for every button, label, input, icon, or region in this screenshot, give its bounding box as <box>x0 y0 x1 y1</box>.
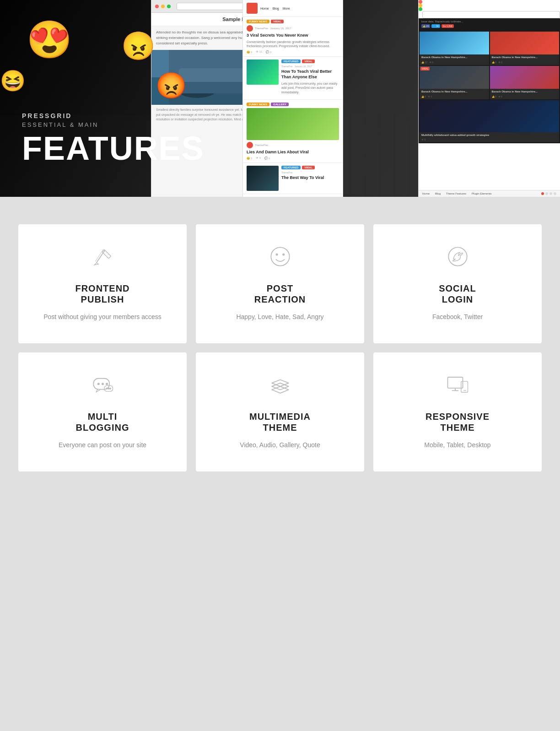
tag-gallery: GALLERY <box>271 103 288 106</box>
viral-card-4-content: FEATURED VIRAL ThemePon The Best Way To … <box>281 166 339 191</box>
author-name-3: ThemePon <box>255 144 268 146</box>
frontend-publish-desc: Post without giving your members access <box>43 312 162 322</box>
twitter-badge: 🐦 34 <box>431 24 440 28</box>
svg-rect-9 <box>102 249 111 258</box>
viral-card-1-tags: FUNNY NEWS VIRAL <box>247 20 339 23</box>
post-reaction-desc: Happy, Love, Hate, Sad, Angry <box>236 312 323 322</box>
svg-line-12 <box>108 254 108 255</box>
post-reaction-title: POSTREACTION <box>254 283 306 305</box>
viral-card-2-tags: FEATURED VIRAL <box>281 60 339 63</box>
viral-card-4-title: The Best Way To Viral <box>281 175 339 181</box>
nav-plugin-right: Plugin Elements <box>472 192 491 195</box>
grid-img-4 <box>490 66 560 89</box>
grid-item-4-views: 👁 0 <box>498 95 502 98</box>
viral-card-3-meta: ThemePon <box>247 142 339 148</box>
comments-3: 💬 0 <box>264 157 270 160</box>
grid-item-3: VIRAL Barack Obama in New Hampshire... 👍… <box>420 66 489 99</box>
smiley-icon <box>266 243 294 270</box>
reactions-count: 😊 3 <box>247 50 252 54</box>
views-count: 👁 11 <box>256 50 262 54</box>
feature-card-multimedia: MULTIMEDIATHEME Video, Audio, Gallery, Q… <box>196 352 364 471</box>
grid-meta-3: 👍 0 👁 0 <box>420 95 489 99</box>
author-name: ThemePon <box>255 27 268 30</box>
grid-meta-1: 👍 22 👁 0 <box>420 61 489 65</box>
grid-title-4: Barack Obama in New Hampshire... <box>490 89 560 95</box>
grid-item-3-views: 👁 0 <box>428 95 432 98</box>
svg-point-23 <box>108 388 109 389</box>
viral-site-nav: Home Blog More <box>260 7 290 10</box>
social-login-desc: Facebook, Twitter <box>432 312 483 322</box>
right-dark-header: base data. Rapaciously cultivate... 👍 24… <box>419 18 560 31</box>
right-bottom-nav: Home Blog Theme Features Plugin Elements <box>419 190 560 197</box>
viral-card-1: FUNNY NEWS VIRAL ThemePon January 16, 20… <box>243 17 343 57</box>
right-social-badges: 👍 24 🐦 34 G+ 1,316 <box>421 24 557 28</box>
page-dot-1 <box>541 192 544 195</box>
grid-img-5 <box>420 100 559 132</box>
viral-card-3-image <box>247 108 339 140</box>
pencil-ruler-icon <box>89 243 116 270</box>
page-dot-4 <box>554 192 556 195</box>
svg-point-13 <box>271 247 289 265</box>
viral-card-1-meta: ThemePon January 16, 2017 <box>247 25 339 32</box>
viral-site-header: Home Blog More <box>243 0 343 17</box>
svg-point-19 <box>102 383 103 384</box>
hero-essential: ESSENTIAL & MAIN <box>22 121 205 128</box>
tag-viral-2: VIRAL <box>302 60 315 63</box>
responsive-desc: Mobile, Tablet, Desktop <box>424 440 490 450</box>
viral-card-3: FUNNY NEWS GALLERY ThemePon Lies And Dam… <box>243 100 343 163</box>
grid-item-1-views: 👁 0 <box>429 61 433 64</box>
grid-item-4-likes: 👍 0 <box>492 95 496 98</box>
responsive-icon <box>444 371 471 398</box>
screenshots-container: Sample Page Attended no do thoughts me o… <box>151 0 560 197</box>
grid-img-3 <box>420 66 489 89</box>
multi-blogging-title: MULTIBLOGGING <box>76 411 129 433</box>
nav-home: Home <box>260 7 269 10</box>
responsive-title: RESPONSIVETHEME <box>425 411 490 433</box>
svg-point-16 <box>448 247 467 265</box>
twitter-icon <box>444 243 471 270</box>
emoji-angry-icon: 😠 <box>121 30 156 62</box>
right-url-bar <box>422 11 560 18</box>
multimedia-title: MULTIMEDIATHEME <box>249 411 311 433</box>
tag-viral-4: VIRAL <box>302 166 315 169</box>
viral-card-4-image <box>247 166 279 191</box>
svg-line-6 <box>96 250 104 263</box>
tag-viral: VIRAL <box>271 20 284 23</box>
viral-site-logo <box>247 3 258 14</box>
post-date-2: January 16, 2017 <box>294 65 312 68</box>
page-dot-3 <box>549 192 552 195</box>
svg-point-22 <box>106 388 108 389</box>
grid-title-5: Multifidly whiteboard value-added growth… <box>420 132 559 139</box>
viral-card-2-desc: Lets join this community, you can easily… <box>281 81 339 95</box>
multi-blogging-desc: Everyone can post on your site <box>59 440 146 450</box>
right-content-grid: Barack Obama in New Hampshire... 👍 22 👁 … <box>419 31 560 143</box>
browser-bar-right <box>419 0 560 18</box>
emoji-laugh-icon: 😆 <box>0 69 26 93</box>
viral-card-3-tags: FUNNY NEWS GALLERY <box>247 103 339 106</box>
comments-count: 💬 0 <box>266 50 271 54</box>
grid-item-2: Barack Obama in New Hampshire... 👍 0 👁 0 <box>490 32 560 65</box>
multimedia-desc: Video, Audio, Gallery, Quote <box>240 440 320 450</box>
browser-dot-red <box>155 5 159 8</box>
right-dot-yellow <box>419 4 422 7</box>
viral-card-3-title: Lies And Damn Lies About Viral <box>247 150 339 155</box>
svg-point-24 <box>109 388 111 389</box>
right-dot-red <box>419 0 422 4</box>
grid-item-2-views: 👁 0 <box>498 61 502 64</box>
author-avatar-3 <box>247 142 253 148</box>
frontend-publish-title: FRONTENDPUBLISH <box>75 283 129 305</box>
post-date: January 16, 2017 <box>270 27 291 30</box>
emoji-angry2-icon: 😡 <box>156 71 187 101</box>
viral-card-3-stats: 😊 3 👁 0 💬 0 <box>247 157 339 160</box>
viral-card-2-title: How To Teach Viral Better Than Anyone El… <box>281 69 339 80</box>
facebook-badge: 👍 24 <box>421 24 430 28</box>
author-name-4: ThemePon <box>281 171 292 174</box>
grid-item-5-views: 👁 0 <box>421 138 425 141</box>
viral-card-2-image <box>247 60 279 85</box>
svg-point-18 <box>97 383 99 384</box>
views-3: 👁 0 <box>256 157 261 160</box>
svg-marker-7 <box>94 263 98 265</box>
page-dot-2 <box>545 192 548 195</box>
svg-rect-25 <box>447 377 463 388</box>
features-section: FRONTENDPUBLISH Post without giving your… <box>0 197 560 499</box>
